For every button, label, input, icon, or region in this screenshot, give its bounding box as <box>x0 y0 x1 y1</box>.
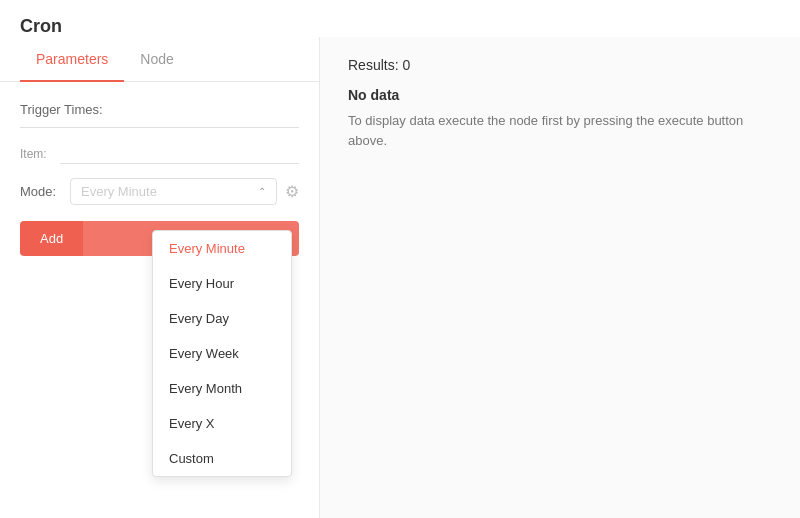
mode-select[interactable]: Every Minute ⌃ <box>70 178 277 205</box>
no-data-title: No data <box>348 87 772 103</box>
dropdown-item-every-hour[interactable]: Every Hour <box>153 266 291 301</box>
mode-row: Mode: Every Minute ⌃ ⚙ <box>20 178 299 205</box>
left-content: Trigger Times: Item: Mode: Every Minute … <box>0 82 319 518</box>
dropdown-item-every-x[interactable]: Every X <box>153 406 291 441</box>
tab-parameters[interactable]: Parameters <box>20 37 124 81</box>
dropdown-item-every-month[interactable]: Every Month <box>153 371 291 406</box>
dropdown-item-every-minute[interactable]: Every Minute <box>153 231 291 266</box>
item-input[interactable] <box>60 144 299 164</box>
results-label: Results: 0 <box>348 57 772 73</box>
dropdown-menu: Every Minute Every Hour Every Day Every … <box>152 230 292 477</box>
add-button[interactable]: Add <box>20 221 83 256</box>
dropdown-item-every-week[interactable]: Every Week <box>153 336 291 371</box>
chevron-down-icon: ⌃ <box>258 186 266 197</box>
page-title: Cron <box>0 0 800 37</box>
tab-node[interactable]: Node <box>124 37 189 81</box>
trigger-times-label: Trigger Times: <box>20 102 299 128</box>
left-panel: Parameters Node Trigger Times: Item: Mod… <box>0 37 320 518</box>
dropdown-item-custom[interactable]: Custom <box>153 441 291 476</box>
dropdown-item-every-day[interactable]: Every Day <box>153 301 291 336</box>
no-data-description: To display data execute the node first b… <box>348 111 772 150</box>
tab-bar: Parameters Node <box>0 37 319 82</box>
right-panel: Results: 0 No data To display data execu… <box>320 37 800 518</box>
gear-icon[interactable]: ⚙ <box>285 182 299 201</box>
item-row: Item: <box>20 144 299 164</box>
item-label: Item: <box>20 147 60 161</box>
mode-select-text: Every Minute <box>81 184 157 199</box>
mode-label: Mode: <box>20 184 70 199</box>
